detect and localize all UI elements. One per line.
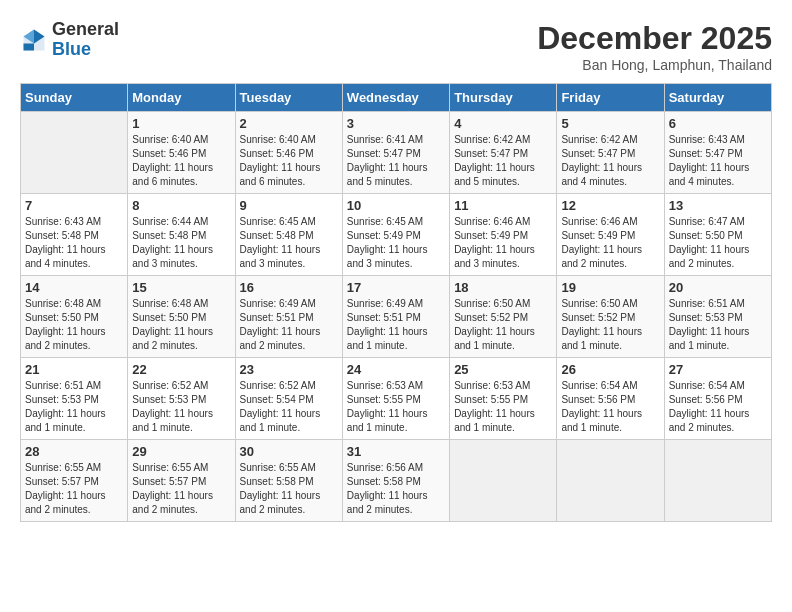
day-number: 4	[454, 116, 552, 131]
calendar-cell: 4Sunrise: 6:42 AMSunset: 5:47 PMDaylight…	[450, 112, 557, 194]
calendar-cell: 7Sunrise: 6:43 AMSunset: 5:48 PMDaylight…	[21, 194, 128, 276]
day-info: Sunrise: 6:52 AMSunset: 5:53 PMDaylight:…	[132, 379, 230, 435]
calendar-cell: 21Sunrise: 6:51 AMSunset: 5:53 PMDayligh…	[21, 358, 128, 440]
day-info: Sunrise: 6:44 AMSunset: 5:48 PMDaylight:…	[132, 215, 230, 271]
day-number: 6	[669, 116, 767, 131]
calendar-cell: 1Sunrise: 6:40 AMSunset: 5:46 PMDaylight…	[128, 112, 235, 194]
title-block: December 2025 Ban Hong, Lamphun, Thailan…	[537, 20, 772, 73]
calendar-cell: 24Sunrise: 6:53 AMSunset: 5:55 PMDayligh…	[342, 358, 449, 440]
calendar-cell: 10Sunrise: 6:45 AMSunset: 5:49 PMDayligh…	[342, 194, 449, 276]
logo: General Blue	[20, 20, 119, 60]
day-number: 18	[454, 280, 552, 295]
day-number: 8	[132, 198, 230, 213]
calendar-cell: 12Sunrise: 6:46 AMSunset: 5:49 PMDayligh…	[557, 194, 664, 276]
calendar-cell: 9Sunrise: 6:45 AMSunset: 5:48 PMDaylight…	[235, 194, 342, 276]
calendar-table: SundayMondayTuesdayWednesdayThursdayFrid…	[20, 83, 772, 522]
day-info: Sunrise: 6:50 AMSunset: 5:52 PMDaylight:…	[454, 297, 552, 353]
calendar-cell: 20Sunrise: 6:51 AMSunset: 5:53 PMDayligh…	[664, 276, 771, 358]
day-info: Sunrise: 6:43 AMSunset: 5:48 PMDaylight:…	[25, 215, 123, 271]
weekday-header: Saturday	[664, 84, 771, 112]
calendar-cell: 27Sunrise: 6:54 AMSunset: 5:56 PMDayligh…	[664, 358, 771, 440]
day-info: Sunrise: 6:43 AMSunset: 5:47 PMDaylight:…	[669, 133, 767, 189]
calendar-cell: 28Sunrise: 6:55 AMSunset: 5:57 PMDayligh…	[21, 440, 128, 522]
day-info: Sunrise: 6:55 AMSunset: 5:58 PMDaylight:…	[240, 461, 338, 517]
calendar-week-row: 28Sunrise: 6:55 AMSunset: 5:57 PMDayligh…	[21, 440, 772, 522]
day-number: 25	[454, 362, 552, 377]
calendar-week-row: 21Sunrise: 6:51 AMSunset: 5:53 PMDayligh…	[21, 358, 772, 440]
day-info: Sunrise: 6:53 AMSunset: 5:55 PMDaylight:…	[454, 379, 552, 435]
day-info: Sunrise: 6:45 AMSunset: 5:48 PMDaylight:…	[240, 215, 338, 271]
day-number: 1	[132, 116, 230, 131]
day-info: Sunrise: 6:45 AMSunset: 5:49 PMDaylight:…	[347, 215, 445, 271]
calendar-week-row: 1Sunrise: 6:40 AMSunset: 5:46 PMDaylight…	[21, 112, 772, 194]
day-number: 19	[561, 280, 659, 295]
weekday-header: Wednesday	[342, 84, 449, 112]
day-number: 27	[669, 362, 767, 377]
day-number: 29	[132, 444, 230, 459]
calendar-cell: 23Sunrise: 6:52 AMSunset: 5:54 PMDayligh…	[235, 358, 342, 440]
day-number: 2	[240, 116, 338, 131]
day-info: Sunrise: 6:42 AMSunset: 5:47 PMDaylight:…	[561, 133, 659, 189]
day-number: 13	[669, 198, 767, 213]
calendar-cell: 13Sunrise: 6:47 AMSunset: 5:50 PMDayligh…	[664, 194, 771, 276]
day-number: 3	[347, 116, 445, 131]
day-number: 28	[25, 444, 123, 459]
calendar-cell: 22Sunrise: 6:52 AMSunset: 5:53 PMDayligh…	[128, 358, 235, 440]
calendar-cell	[450, 440, 557, 522]
calendar-cell: 29Sunrise: 6:55 AMSunset: 5:57 PMDayligh…	[128, 440, 235, 522]
day-number: 22	[132, 362, 230, 377]
logo-blue: Blue	[52, 39, 91, 59]
calendar-cell: 3Sunrise: 6:41 AMSunset: 5:47 PMDaylight…	[342, 112, 449, 194]
day-number: 5	[561, 116, 659, 131]
day-number: 24	[347, 362, 445, 377]
calendar-week-row: 7Sunrise: 6:43 AMSunset: 5:48 PMDaylight…	[21, 194, 772, 276]
calendar-cell: 26Sunrise: 6:54 AMSunset: 5:56 PMDayligh…	[557, 358, 664, 440]
calendar-cell: 31Sunrise: 6:56 AMSunset: 5:58 PMDayligh…	[342, 440, 449, 522]
weekday-header: Monday	[128, 84, 235, 112]
calendar-cell: 16Sunrise: 6:49 AMSunset: 5:51 PMDayligh…	[235, 276, 342, 358]
day-info: Sunrise: 6:49 AMSunset: 5:51 PMDaylight:…	[347, 297, 445, 353]
calendar-cell: 11Sunrise: 6:46 AMSunset: 5:49 PMDayligh…	[450, 194, 557, 276]
svg-rect-3	[24, 43, 35, 50]
calendar-week-row: 14Sunrise: 6:48 AMSunset: 5:50 PMDayligh…	[21, 276, 772, 358]
day-number: 12	[561, 198, 659, 213]
day-info: Sunrise: 6:48 AMSunset: 5:50 PMDaylight:…	[25, 297, 123, 353]
weekday-header: Friday	[557, 84, 664, 112]
day-info: Sunrise: 6:48 AMSunset: 5:50 PMDaylight:…	[132, 297, 230, 353]
day-info: Sunrise: 6:42 AMSunset: 5:47 PMDaylight:…	[454, 133, 552, 189]
day-info: Sunrise: 6:46 AMSunset: 5:49 PMDaylight:…	[454, 215, 552, 271]
calendar-cell: 25Sunrise: 6:53 AMSunset: 5:55 PMDayligh…	[450, 358, 557, 440]
calendar-cell	[21, 112, 128, 194]
subtitle: Ban Hong, Lamphun, Thailand	[537, 57, 772, 73]
logo-text: General Blue	[52, 20, 119, 60]
day-number: 17	[347, 280, 445, 295]
calendar-cell: 14Sunrise: 6:48 AMSunset: 5:50 PMDayligh…	[21, 276, 128, 358]
day-info: Sunrise: 6:51 AMSunset: 5:53 PMDaylight:…	[25, 379, 123, 435]
calendar-cell	[664, 440, 771, 522]
calendar-cell: 18Sunrise: 6:50 AMSunset: 5:52 PMDayligh…	[450, 276, 557, 358]
calendar-cell: 17Sunrise: 6:49 AMSunset: 5:51 PMDayligh…	[342, 276, 449, 358]
calendar-cell	[557, 440, 664, 522]
calendar-cell: 19Sunrise: 6:50 AMSunset: 5:52 PMDayligh…	[557, 276, 664, 358]
page-header: General Blue December 2025 Ban Hong, Lam…	[20, 20, 772, 73]
day-number: 20	[669, 280, 767, 295]
weekday-header: Tuesday	[235, 84, 342, 112]
calendar-cell: 6Sunrise: 6:43 AMSunset: 5:47 PMDaylight…	[664, 112, 771, 194]
day-info: Sunrise: 6:41 AMSunset: 5:47 PMDaylight:…	[347, 133, 445, 189]
calendar-cell: 30Sunrise: 6:55 AMSunset: 5:58 PMDayligh…	[235, 440, 342, 522]
day-info: Sunrise: 6:50 AMSunset: 5:52 PMDaylight:…	[561, 297, 659, 353]
day-number: 11	[454, 198, 552, 213]
day-number: 26	[561, 362, 659, 377]
day-number: 15	[132, 280, 230, 295]
day-number: 31	[347, 444, 445, 459]
day-info: Sunrise: 6:46 AMSunset: 5:49 PMDaylight:…	[561, 215, 659, 271]
day-info: Sunrise: 6:54 AMSunset: 5:56 PMDaylight:…	[561, 379, 659, 435]
logo-icon	[20, 26, 48, 54]
day-info: Sunrise: 6:52 AMSunset: 5:54 PMDaylight:…	[240, 379, 338, 435]
day-number: 30	[240, 444, 338, 459]
calendar-cell: 8Sunrise: 6:44 AMSunset: 5:48 PMDaylight…	[128, 194, 235, 276]
day-info: Sunrise: 6:51 AMSunset: 5:53 PMDaylight:…	[669, 297, 767, 353]
weekday-header: Thursday	[450, 84, 557, 112]
day-number: 10	[347, 198, 445, 213]
day-info: Sunrise: 6:47 AMSunset: 5:50 PMDaylight:…	[669, 215, 767, 271]
